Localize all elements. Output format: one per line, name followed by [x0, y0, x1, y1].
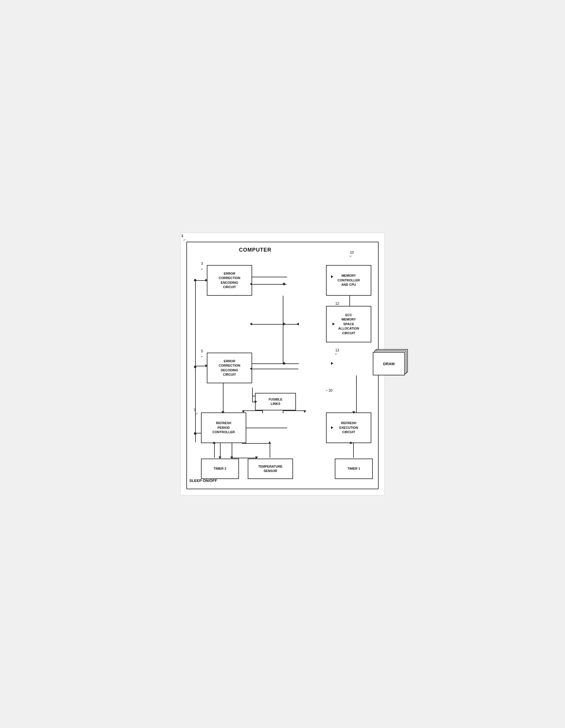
arrow-decode-fusible2 [252, 396, 255, 396]
ecc-encoding-block: ERRORCORRECTIONENCODINGCIRCUIT [207, 265, 252, 296]
arrow-rp-to-timer2 [220, 443, 220, 458]
arrow-dram-to-decode [252, 369, 298, 369]
ref-7-tick: ⌐ [196, 412, 198, 416]
ref-5-label: 5⌐ [201, 348, 203, 359]
arrow-decode-v2 [252, 388, 253, 402]
arrowhead-timer1-up [350, 441, 352, 444]
arrow-mem-down-ecc [350, 296, 350, 306]
arrowhead-timer2-up [213, 441, 215, 444]
arrowhead-center-ecc-mem [297, 323, 299, 325]
arrowhead-decode-refresh-down [221, 411, 224, 414]
arrow-temp-rp-h [242, 443, 270, 444]
refresh-period-block: REFRESHPERIODCONTROLLER [201, 412, 246, 443]
fusible-links-block: FUSIBLELINKS [255, 393, 296, 410]
temperature-sensor-block: TEMPERATURESENSOR [248, 459, 293, 479]
dram-front: DRAM [373, 352, 405, 375]
ref-13-tick: ⌐ [335, 352, 337, 356]
arrow-fusible-to-exec-h [283, 410, 305, 411]
arrow-decode-to-dram [252, 363, 299, 364]
ref-20-label: ~ 20 [326, 389, 333, 393]
arrowhead-dram-exec [352, 411, 355, 414]
arrowhead-fusible-refresh [242, 410, 245, 413]
arrow-rp-to-temp [232, 443, 232, 458]
arrowhead-decode-fusible [255, 400, 257, 403]
arrow-dram-to-exec [356, 375, 357, 412]
arrow-mem-to-ecc-encode [252, 277, 287, 277]
timer1-block: TIMER 1 [335, 459, 373, 479]
ref-3-label: 3⌐ [201, 261, 203, 271]
arrow-fusible-to-refresh-h [243, 410, 263, 411]
arrowhead-center-right-ecc [284, 323, 286, 325]
arrow-bus-to-decode [195, 366, 207, 366]
arrow-lbus-encode-h [195, 280, 207, 281]
arrow-rp-to-exec [246, 428, 287, 428]
sleep-label: SLEEP ON/OFF [189, 478, 217, 483]
arrowhead-decode-dram [331, 362, 333, 365]
arrowhead-rp-temp2 [255, 457, 258, 459]
computer-label: COMPUTER [239, 247, 271, 253]
arrowhead-rp-exec [331, 426, 333, 429]
arrow-temp-to-rp [269, 443, 270, 458]
ecc-decoding-block: ERRORCORRECTIONDECODINGCIRCUIT [207, 353, 252, 383]
arrowhead-ecc-mem-left [250, 323, 252, 325]
arrow-sleep-h [195, 433, 201, 433]
arrow-timer1-to-exec [353, 443, 354, 458]
dot-mid-top [283, 283, 285, 285]
left-bus-line [195, 280, 196, 442]
page: 1 ⌐ COMPUTER 10 ⌐ 3⌐ ERRORCORRECTIONENCO… [180, 233, 385, 495]
arrowhead-ecc-left [250, 283, 252, 285]
arrowhead-ecc-mem-right [333, 323, 335, 325]
diagram-tick: ⌐ [183, 238, 186, 242]
arrowhead-rp-timer2 [218, 457, 221, 459]
arrow-timer2-to-rp [214, 443, 215, 458]
timer2-block: TIMER 2 [201, 459, 239, 479]
arrowhead-bus-decode [205, 364, 208, 367]
arrow-rp-temp-h [232, 458, 256, 458]
arrowhead-dram-decode [250, 367, 252, 370]
ref-10-tick: ⌐ [350, 254, 352, 258]
diagram-number: 1 [181, 234, 183, 238]
arrow-decode-to-refresh [223, 383, 223, 412]
arrow-ecc-mem-h [252, 324, 298, 325]
arrowhead-mem-right [331, 275, 333, 278]
memory-controller-block: MEMORYCONTROLLERAND CPU [326, 265, 371, 296]
arrow-vert-center [283, 296, 284, 363]
arrow-ecc-to-mem [252, 284, 287, 285]
arrowhead-fusible-exec [303, 410, 306, 413]
